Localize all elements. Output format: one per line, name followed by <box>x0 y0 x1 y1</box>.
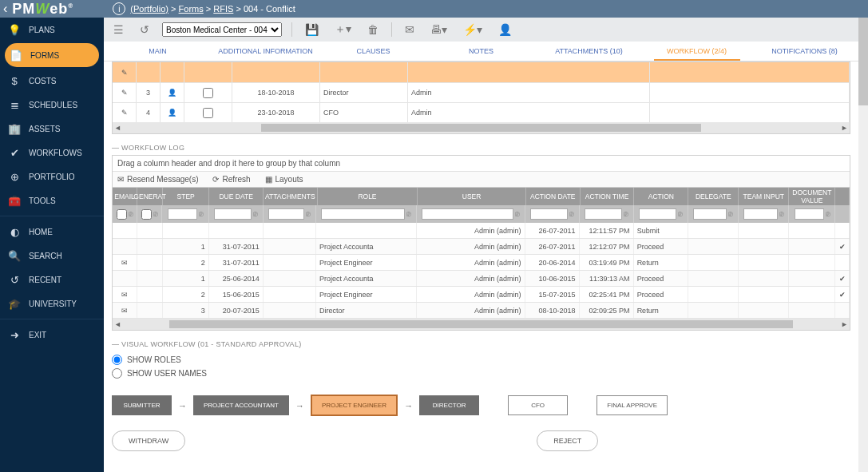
col-attachments[interactable]: ATTACHMENTS <box>264 188 318 205</box>
sidebar-item-search[interactable]: 🔍SEARCH <box>0 244 104 268</box>
funnel-icon[interactable]: ⎚ <box>129 210 133 218</box>
crumb-rfis[interactable]: RFIS <box>213 4 233 14</box>
funnel-icon[interactable]: ⎚ <box>678 210 682 218</box>
page-scrollbar[interactable] <box>858 18 868 472</box>
pencil-icon[interactable]: ✎ <box>121 89 128 97</box>
content-scroll[interactable]: ✎ ✎ 3 👤 18-10-2018 Director Admin ✎ 4 👤 … <box>104 61 858 472</box>
group-drop-hint[interactable]: Drag a column header and drop it here to… <box>113 156 850 172</box>
filter-role[interactable] <box>321 208 405 220</box>
filter-email-check[interactable] <box>117 209 127 220</box>
col-team[interactable]: TEAM INPUT <box>739 188 789 205</box>
col-actiontime[interactable]: ACTION TIME <box>581 188 635 205</box>
filter-del[interactable] <box>693 208 727 220</box>
filter-team[interactable] <box>743 208 777 220</box>
sidebar-item-tools[interactable]: 🧰TOOLS <box>0 188 104 212</box>
tab-attachments[interactable]: ATTACHMENTS (10) <box>535 42 643 61</box>
filter-user[interactable] <box>422 208 513 220</box>
col-docvalue[interactable]: DOCUMENT VALUE <box>789 188 835 205</box>
log-row[interactable]: ✉320-07-2015DirectorAdmin (admin)08-10-2… <box>113 303 850 319</box>
node-submitter[interactable]: SUBMITTER <box>112 395 172 415</box>
history-icon[interactable]: ↺ <box>137 22 153 38</box>
info-icon[interactable]: i <box>113 2 125 15</box>
scroll-right-icon[interactable]: ► <box>841 320 848 328</box>
filter-step[interactable] <box>168 208 197 220</box>
show-users-radio[interactable]: SHOW USER NAMES <box>112 368 850 379</box>
layouts-button[interactable]: ▦Layouts <box>265 175 303 184</box>
col-user[interactable]: USER <box>418 188 525 205</box>
sidebar-item-home[interactable]: ◐HOME <box>0 220 104 244</box>
node-dir[interactable]: DIRECTOR <box>419 395 479 415</box>
sidebar-item-assets[interactable]: 🏢ASSETS <box>0 117 104 141</box>
reject-button[interactable]: REJECT <box>537 430 598 451</box>
withdraw-button[interactable]: WITHDRAW <box>112 430 185 451</box>
col-action[interactable]: ACTION <box>634 188 688 205</box>
col-delegate[interactable]: DELEGATE <box>688 188 739 205</box>
funnel-icon[interactable]: ⎚ <box>569 210 573 218</box>
step-row[interactable]: ✎ 3 👤 18-10-2018 Director Admin <box>113 82 850 102</box>
filter-due[interactable] <box>214 208 252 220</box>
step-checkbox[interactable] <box>203 108 213 118</box>
crumb-forms[interactable]: Forms <box>179 4 204 14</box>
step-row[interactable]: ✎ 4 👤 23-10-2018 CFO Admin <box>113 102 850 122</box>
tab-clauses[interactable]: CLAUSES <box>319 42 427 61</box>
tab-notifications[interactable]: NOTIFICATIONS (8) <box>751 42 858 61</box>
sidebar-item-costs[interactable]: $COSTS <box>0 69 104 93</box>
refresh-button[interactable]: ⟳Refresh <box>212 175 250 184</box>
col-generate[interactable]: GENERAT <box>137 188 163 205</box>
scroll-right-icon[interactable]: ► <box>841 124 848 132</box>
node-pa[interactable]: PROJECT ACCOUNTANT <box>193 395 289 415</box>
log-row[interactable]: 131-07-2011Project AccountaAdmin (admin)… <box>113 239 850 255</box>
filter-att[interactable] <box>268 208 304 220</box>
pencil-icon[interactable]: ✎ <box>121 69 128 77</box>
scroll-left-icon[interactable]: ◄ <box>114 124 121 132</box>
add-icon[interactable]: ＋▾ <box>331 21 355 38</box>
filter-gen-check[interactable] <box>141 209 152 220</box>
filter-adate[interactable] <box>530 208 568 220</box>
scroll-left-icon[interactable]: ◄ <box>114 320 121 328</box>
list-view-icon[interactable]: ☰ <box>110 22 127 38</box>
funnel-icon[interactable]: ⎚ <box>153 210 157 218</box>
filter-doc[interactable] <box>795 208 824 220</box>
hscroll-step[interactable]: ◄► <box>113 122 850 133</box>
back-icon[interactable]: ‹ <box>3 2 7 16</box>
sidebar-item-exit[interactable]: ➜EXIT <box>0 323 104 347</box>
sidebar-item-plans[interactable]: 💡PLANS <box>0 18 104 42</box>
funnel-icon[interactable]: ⎚ <box>826 210 830 218</box>
bolt-icon[interactable]: ⚡▾ <box>460 22 486 38</box>
log-row[interactable]: 125-06-2014Project AccountaAdmin (admin)… <box>113 271 850 287</box>
funnel-icon[interactable]: ⎚ <box>515 210 519 218</box>
funnel-icon[interactable]: ⎚ <box>306 210 310 218</box>
filter-action[interactable] <box>639 208 676 220</box>
tab-main[interactable]: MAIN <box>104 42 212 61</box>
sidebar-item-recent[interactable]: ↺RECENT <box>0 268 104 292</box>
hscroll-log[interactable]: ◄► <box>113 319 850 330</box>
crumb-portfolio[interactable]: (Portfolio) <box>130 4 168 14</box>
funnel-icon[interactable]: ⎚ <box>728 210 732 218</box>
trash-icon[interactable]: 🗑 <box>364 22 382 38</box>
log-row[interactable]: ✉231-07-2011Project EngineerAdmin (admin… <box>113 255 850 271</box>
save-icon[interactable]: 💾 <box>302 22 322 38</box>
col-actiondate[interactable]: ACTION DATE <box>526 188 581 205</box>
col-step[interactable]: STEP <box>163 188 209 205</box>
log-row[interactable]: ✉215-06-2015Project EngineerAdmin (admin… <box>113 287 850 303</box>
sidebar-item-portfolio[interactable]: ⊕PORTFOLIO <box>0 165 104 188</box>
print-icon[interactable]: 🖶▾ <box>427 22 450 38</box>
tab-additional[interactable]: ADDITIONAL INFORMATION <box>212 42 319 61</box>
pencil-icon[interactable]: ✎ <box>121 109 128 117</box>
tab-workflow[interactable]: WORKFLOW (2/4) <box>643 42 751 61</box>
sidebar-item-university[interactable]: 🎓UNIVERSITY <box>0 292 104 315</box>
col-role[interactable]: ROLE <box>318 188 418 205</box>
show-roles-radio[interactable]: SHOW ROLES <box>112 355 850 365</box>
log-row[interactable]: Admin (admin)26-07-201112:11:57 PMSubmit <box>113 223 850 239</box>
funnel-icon[interactable]: ⎚ <box>199 210 203 218</box>
node-pe[interactable]: PROJECT ENGINEER <box>311 395 398 416</box>
tab-notes[interactable]: NOTES <box>427 42 535 61</box>
user-icon[interactable]: 👤 <box>495 22 515 38</box>
step-checkbox[interactable] <box>203 88 213 98</box>
node-cfo[interactable]: CFO <box>508 395 568 415</box>
sidebar-item-workflows[interactable]: ✔WORKFLOWS <box>0 141 104 165</box>
mail-icon[interactable]: ✉ <box>402 22 418 38</box>
filter-atime[interactable] <box>585 208 622 220</box>
project-select[interactable]: Boston Medical Center - 004 - Confli <box>162 22 282 37</box>
funnel-icon[interactable]: ⎚ <box>406 210 410 218</box>
